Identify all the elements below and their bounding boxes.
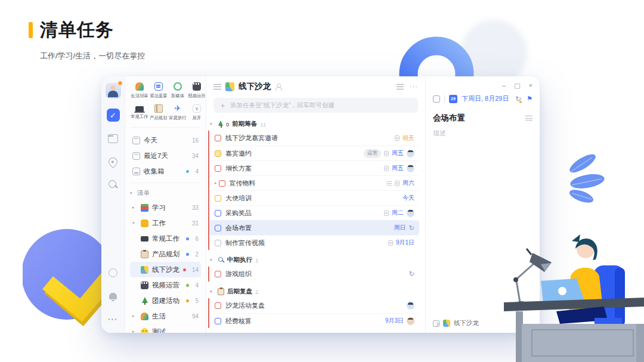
section-header[interactable]: ▾ 后期复盘 2 xyxy=(206,285,425,298)
more-icon[interactable]: ••• xyxy=(107,313,120,326)
premium-badge-icon xyxy=(117,81,123,86)
minimize-button[interactable]: – xyxy=(502,82,506,89)
due-date[interactable]: 下周日, 8月29日 xyxy=(462,94,509,103)
search-icon[interactable] xyxy=(107,178,120,191)
priority-flag-icon[interactable]: ⚑ xyxy=(527,95,532,103)
section-header[interactable]: ▾ 中期执行 1 xyxy=(206,253,425,267)
shortcut-regular-work[interactable]: 常规工作 xyxy=(130,104,149,121)
sidebar-item-next7days[interactable]: 最近7天 34 xyxy=(130,148,201,163)
task-row[interactable]: 采购奖品 周二 xyxy=(209,205,419,220)
shortcut-expand[interactable]: ∨ 展开 xyxy=(187,104,206,121)
format-menu-icon[interactable] xyxy=(525,116,532,120)
task-row[interactable]: 经费核算 9月3日 xyxy=(209,313,419,328)
shortcut-life[interactable]: 生活琐事 xyxy=(130,82,149,99)
task-date: 周二 xyxy=(392,209,404,217)
shortcut-video[interactable]: 视频运营 xyxy=(187,82,206,99)
section-header[interactable]: ▾ 0 前期筹备 11 xyxy=(206,117,425,131)
assignee-avatar xyxy=(407,302,414,310)
task-checkbox[interactable] xyxy=(215,240,221,246)
sidebar-item-video-ops[interactable]: 视频运营 4 xyxy=(130,277,201,293)
sidebar-item-study[interactable]: ▸ 学习 33 xyxy=(130,200,201,215)
chevron-down-icon: ▾ xyxy=(130,191,135,196)
pomodoro-pin-icon[interactable] xyxy=(107,155,119,168)
assignee-avatar xyxy=(407,165,414,172)
lists-group-header[interactable]: ▾ 清单 xyxy=(130,187,201,200)
share-member-icon[interactable] xyxy=(275,83,282,90)
task-checkbox[interactable] xyxy=(215,210,221,216)
task-checkbox[interactable] xyxy=(215,271,221,277)
sidebar-item-offline-salon[interactable]: 线下沙龙 14 xyxy=(130,262,201,277)
repeat-icon: ↻ xyxy=(409,225,414,231)
task-row[interactable]: 大使培训 今天 xyxy=(209,190,419,205)
sidebar-item-product-plan[interactable]: 产品规划 2 xyxy=(130,246,201,262)
maximize-button[interactable]: ▢ xyxy=(514,82,520,89)
page: 清单任务 工作/学习/生活，一切尽在掌控 ✓ ••• 生活琐事 xyxy=(0,0,644,362)
task-row-selected[interactable]: 会场布置 周日 ↻ xyxy=(209,220,419,235)
more-icon[interactable]: ··· xyxy=(410,83,418,90)
task-checkbox[interactable] xyxy=(215,225,221,231)
repeat-icon[interactable]: ↻ xyxy=(515,95,521,103)
leaves-decoration xyxy=(558,142,611,205)
description-placeholder[interactable]: 描述 xyxy=(433,129,532,138)
task-row[interactable]: 增长方案 周五 xyxy=(209,160,419,175)
sidebar-item-team-building[interactable]: 团建活动 5 xyxy=(130,293,201,308)
sidebar-item-life[interactable]: ▸ 生活 94 xyxy=(130,308,201,324)
task-checkbox[interactable] xyxy=(215,165,221,172)
ring-decoration xyxy=(394,31,483,79)
list-picture-icon xyxy=(225,82,234,91)
notifications-bell-icon[interactable] xyxy=(109,293,117,299)
task-row[interactable]: 游戏组织 ↻ xyxy=(209,267,419,281)
shortcut-travel[interactable]: ✈ 家庭旅行 xyxy=(168,104,187,121)
detail-title[interactable]: 会场布置 xyxy=(433,113,465,123)
sync-icon[interactable] xyxy=(109,268,117,277)
chevron-down-icon: ▾ xyxy=(210,289,215,294)
chevron-down-icon: ▾ xyxy=(132,221,137,225)
task-checkbox[interactable] xyxy=(215,135,221,141)
note-icon xyxy=(388,240,393,246)
shortcut-newmedia[interactable]: 新媒体 xyxy=(168,82,187,99)
task-checkbox[interactable] xyxy=(215,150,221,157)
task-checkbox[interactable] xyxy=(219,180,225,187)
count-dot xyxy=(186,253,189,256)
task-date: 周五 xyxy=(392,164,404,172)
move-to-list-icon[interactable] xyxy=(433,320,439,327)
sidebar-item-inbox[interactable]: 收集箱 4 xyxy=(130,163,201,179)
count-dot xyxy=(186,299,189,302)
smart-lists: 今天 16 最近7天 34 收集箱 4 xyxy=(130,128,201,183)
shortcut-urgent[interactable]: 紧急重要 xyxy=(149,82,168,99)
plus-icon: ＋ xyxy=(219,100,227,111)
detail-header: 29 下周日, 8月29日 ↻ ⚑ xyxy=(433,94,532,103)
sidebar-item-test[interactable]: ▸ 测试 xyxy=(130,324,201,333)
assignee-avatar xyxy=(407,317,414,325)
task-checkbox[interactable] xyxy=(433,95,440,103)
list-name[interactable]: 线下沙龙 xyxy=(454,319,479,327)
task-checkbox[interactable] xyxy=(215,302,221,309)
task-checkbox[interactable] xyxy=(215,195,221,202)
sidebar-item-today[interactable]: 今天 16 xyxy=(130,132,201,148)
calendar-icon[interactable] xyxy=(108,134,118,143)
sidebar-item-work[interactable]: ▾ 工作 31 xyxy=(130,215,201,231)
picture-icon xyxy=(141,266,148,274)
tree-icon xyxy=(141,297,148,305)
count-dot xyxy=(183,268,186,271)
list-title: 线下沙龙 xyxy=(239,81,271,92)
section-tasks: 线下沙龙嘉宾邀请 明天 嘉宾邀约 运营 周五 xyxy=(208,131,419,250)
sidebar-item-regular-work[interactable]: 常规工作 6 xyxy=(130,231,201,246)
task-row[interactable]: 沙龙活动复盘 xyxy=(209,298,419,313)
person-at-desk-illustration xyxy=(504,228,644,362)
sort-icon[interactable] xyxy=(397,84,404,89)
close-button[interactable]: × xyxy=(529,82,532,89)
tasks-icon[interactable]: ✓ xyxy=(107,109,120,122)
task-row[interactable]: 嘉宾邀约 运营 周五 xyxy=(209,146,419,160)
task-row[interactable]: ▸ 宣传物料 周六 xyxy=(209,175,419,190)
task-row[interactable]: 线下沙龙嘉宾邀请 明天 xyxy=(209,131,419,146)
task-checkbox[interactable] xyxy=(215,318,221,324)
sidebar-toggle-icon[interactable] xyxy=(213,84,221,89)
shortcut-product[interactable]: 产品规划 xyxy=(149,104,168,121)
add-task-input[interactable]: ＋ 添加任务至“线下沙龙”，回车即可创建 xyxy=(213,98,418,113)
task-row[interactable]: 制作宣传视频 9月1日 xyxy=(209,235,419,250)
chevron-down-icon: ▾ xyxy=(210,122,215,126)
user-avatar[interactable] xyxy=(106,83,121,98)
task-date: 周六 xyxy=(402,179,414,187)
chevron-right-icon[interactable]: ▸ xyxy=(215,181,217,185)
